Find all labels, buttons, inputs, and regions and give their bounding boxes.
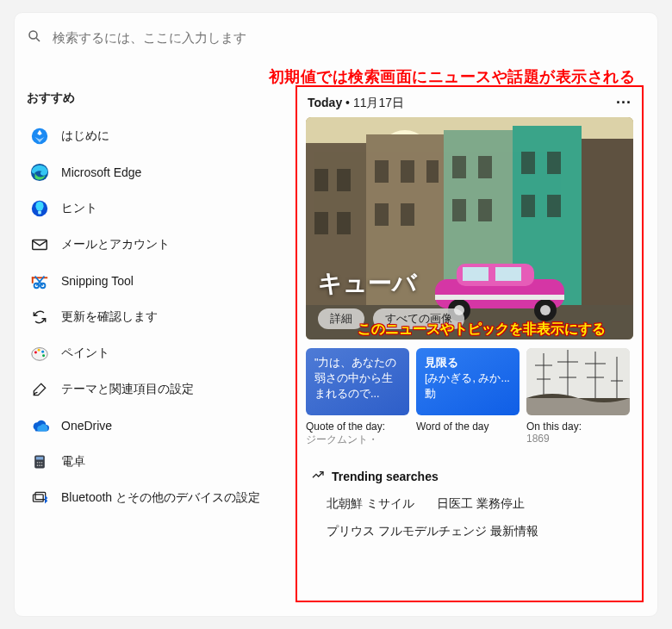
trending-item[interactable]: 北朝鮮 ミサイル: [327, 496, 414, 512]
svg-rect-43: [547, 152, 561, 174]
sidebar-item-label: はじめに: [61, 128, 109, 144]
annotation-top: 初期値では検索画面にニュースや話題が表示される: [269, 66, 636, 87]
trending-section: Trending searches 北朝鮮 ミサイル 日医工 業務停止 プリウス…: [306, 468, 633, 551]
sidebar-item-label: 更新を確認します: [61, 309, 158, 325]
word-caption: Word of the day: [416, 420, 520, 447]
word-pos: 動: [425, 388, 436, 400]
svg-point-14: [38, 349, 40, 352]
svg-line-1: [36, 38, 40, 41]
word-title: 見限る: [425, 357, 458, 369]
search-row: [15, 13, 657, 53]
trending-item[interactable]: 日医工 業務停止: [437, 496, 525, 512]
trending-item[interactable]: プリウス フルモデルチェンジ 最新情報: [327, 524, 538, 539]
paint-icon: [30, 344, 49, 363]
sidebar-item-label: OneDrive: [61, 419, 112, 433]
quote-caption: Quote of the day: ジークムント・: [306, 420, 409, 447]
svg-rect-34: [582, 139, 633, 307]
svg-rect-6: [38, 211, 41, 215]
getting-started-icon: [30, 127, 49, 146]
svg-point-23: [39, 464, 40, 466]
svg-rect-38: [401, 160, 414, 183]
svg-rect-36: [337, 169, 351, 191]
svg-rect-40: [452, 156, 466, 178]
sidebar-item-theme[interactable]: テーマと関連項目の設定: [27, 371, 285, 408]
card-captions: Quote of the day: ジークムント・ Word of the da…: [306, 420, 633, 447]
search-input[interactable]: [53, 30, 268, 45]
svg-rect-51: [547, 195, 561, 217]
tips-icon: [30, 199, 49, 218]
svg-rect-44: [314, 212, 328, 234]
svg-rect-18: [36, 457, 43, 459]
sidebar-item-update[interactable]: 更新を確認します: [27, 299, 285, 335]
info-cards-row: "力は、あなたの弱さの中から生まれるので... 見限る [みかぎる, みか...…: [306, 348, 633, 415]
svg-point-21: [41, 462, 43, 464]
hero-pill-images[interactable]: すべての画像: [373, 308, 464, 329]
search-icon: [27, 28, 42, 47]
svg-rect-9: [32, 277, 34, 283]
svg-point-60: [540, 305, 551, 315]
svg-point-5: [35, 202, 43, 211]
quote-card[interactable]: "力は、あなたの弱さの中から生まれるので...: [306, 348, 409, 415]
sidebar-item-bluetooth[interactable]: Bluetooth とその他のデバイスの設定: [27, 480, 285, 516]
sidebar-item-onedrive[interactable]: OneDrive: [27, 408, 285, 444]
word-reading: [みかぎる, みか...: [425, 372, 510, 384]
calculator-icon: [30, 452, 49, 471]
sidebar-item-label: テーマと関連項目の設定: [61, 382, 194, 397]
sidebar-item-edge[interactable]: Microsoft Edge: [27, 154, 285, 190]
hero-card[interactable]: キューバ 詳細 すべての画像 このニュースやトピックを非表示にする: [306, 117, 633, 339]
today-header: Today • 11月17日 ···: [306, 94, 633, 117]
svg-rect-55: [463, 267, 488, 281]
sidebar-item-snipping[interactable]: Snipping Tool: [27, 263, 285, 299]
quote-text: "力は、あなたの弱さの中から生まれるので...: [314, 357, 396, 400]
history-card[interactable]: [526, 348, 630, 415]
trending-icon: [311, 468, 325, 484]
sidebar-item-label: ヒント: [61, 201, 97, 216]
hero-pill-detail[interactable]: 詳細: [318, 308, 364, 329]
svg-rect-47: [401, 203, 414, 226]
svg-rect-49: [478, 199, 492, 221]
svg-point-24: [41, 464, 43, 466]
recommendations-sidebar: おすすめ はじめに Microsoft Edge ヒント: [27, 90, 285, 516]
edge-icon: [30, 163, 49, 182]
sidebar-item-paint[interactable]: ペイント: [27, 335, 285, 371]
snipping-icon: [30, 271, 49, 290]
sidebar-item-label: Bluetooth とその他のデバイスの設定: [61, 490, 260, 506]
sidebar-item-label: メールとアカウント: [61, 237, 170, 252]
svg-point-13: [34, 352, 37, 354]
svg-point-22: [37, 464, 39, 466]
svg-rect-7: [33, 240, 47, 250]
svg-point-0: [29, 31, 37, 39]
svg-rect-56: [495, 267, 521, 281]
mail-icon: [30, 235, 49, 254]
svg-point-20: [39, 462, 40, 464]
sidebar-item-tips[interactable]: ヒント: [27, 190, 285, 227]
sidebar-item-label: 電卓: [61, 454, 85, 470]
more-menu-icon[interactable]: ···: [616, 94, 632, 112]
svg-point-19: [37, 462, 39, 464]
svg-point-15: [41, 351, 44, 353]
sidebar-item-getting-started[interactable]: はじめに: [27, 118, 285, 154]
trending-heading: Trending searches: [311, 468, 628, 484]
history-caption: On this day: 1869: [526, 420, 630, 447]
svg-rect-8: [32, 277, 47, 278]
sidebar-item-label: Microsoft Edge: [61, 165, 141, 179]
svg-rect-39: [426, 160, 439, 183]
svg-rect-45: [337, 212, 351, 234]
sidebar-item-label: ペイント: [61, 346, 109, 361]
theme-icon: [30, 380, 49, 399]
svg-rect-25: [34, 495, 44, 501]
svg-rect-41: [478, 156, 492, 178]
svg-rect-48: [452, 199, 466, 221]
svg-rect-50: [521, 195, 535, 217]
today-pane: Today • 11月17日 ···: [296, 85, 644, 602]
sidebar-item-calculator[interactable]: 電卓: [27, 444, 285, 480]
svg-rect-26: [35, 492, 46, 499]
word-card[interactable]: 見限る [みかぎる, みか... 動: [416, 348, 520, 415]
search-panel: 初期値では検索画面にニュースや話題が表示される おすすめ はじめに Micros…: [14, 12, 658, 617]
sidebar-item-mail[interactable]: メールとアカウント: [27, 227, 285, 263]
svg-rect-42: [521, 152, 535, 174]
bluetooth-icon: [30, 489, 49, 508]
svg-rect-37: [375, 160, 389, 183]
today-date: Today • 11月17日: [308, 96, 404, 111]
hero-title: キューバ: [318, 267, 464, 300]
